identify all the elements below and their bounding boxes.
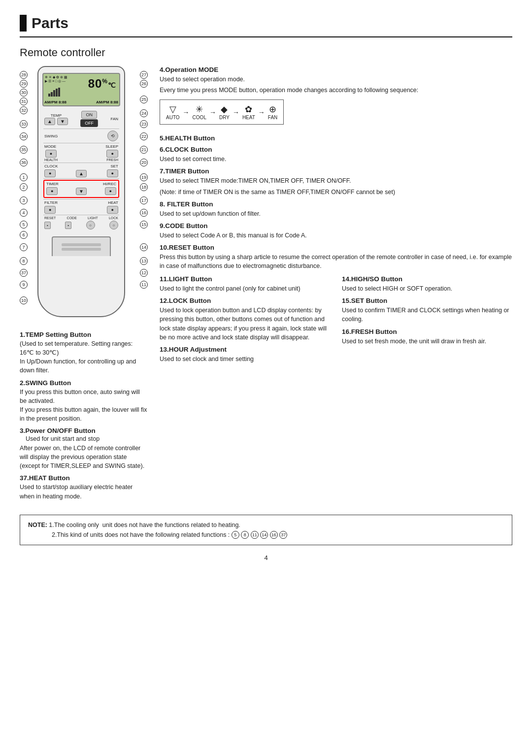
desc-7: 7.TIMER Button Used to select TIMER mode… [160, 167, 512, 196]
remote-body: ❄ ✳ ◆ ✿ ⊕ ▦ ▶ ☰ ≡ □ ◎ — 80%℃ [37, 66, 125, 317]
remote-screen: ❄ ✳ ◆ ✿ ⊕ ▦ ▶ ☰ ≡ □ ◎ — 80%℃ [42, 73, 120, 106]
circled-14: 14 [260, 531, 268, 539]
desc-10: 10.RESET Button Press this button by usi… [160, 244, 512, 270]
desc-12: 12.LOCK Button Used to lock operation bu… [160, 297, 330, 342]
lock-button[interactable]: ○ [109, 221, 118, 230]
set-button[interactable]: ● [107, 169, 118, 177]
circled-11: 11 [251, 531, 259, 539]
desc-9: 9.CODE Button Used to select Code A or B… [160, 222, 512, 240]
off-button[interactable]: OFF [80, 119, 98, 127]
circled-37: 37 [279, 531, 287, 539]
desc-13: 13.HOUR Adjustment Used to set clock and… [160, 346, 330, 363]
page-number: 4 [20, 554, 512, 561]
desc-1: 1.TEMP Setting Button (Used to set tempe… [20, 331, 148, 375]
desc-16: 16.FRESH Button Used to set fresh mode, … [342, 328, 512, 346]
fresh-button[interactable]: ● FRESH [106, 150, 118, 162]
screen-time: AM/PM 8:88AM/PM 8:88 [44, 100, 118, 104]
mode-sequence-box: ▽AUTO → ✳COOL → ◆DRY → ✿HEAT → ⊕FAN [160, 99, 284, 125]
page-title: Parts [20, 15, 512, 32]
timer-row: TIMERHI/REC ● ▼ ● [43, 180, 119, 198]
light-button[interactable]: ○ [86, 221, 95, 230]
title-bar [20, 15, 27, 32]
screen-bars [48, 88, 60, 97]
remote-diagram: ❄ ✳ ◆ ✿ ⊕ ▦ ▶ ☰ ≡ □ ◎ — 80%℃ [20, 66, 148, 322]
set-up-button[interactable]: ▲ [76, 170, 87, 177]
section-title: Remote controller [20, 46, 512, 59]
temp-down-button[interactable]: ▼ [57, 118, 68, 125]
circled-5: 5 [232, 531, 239, 539]
desc-3: 3.Power ON/OFF Button Used for unit star… [20, 427, 148, 470]
desc-8: 8. FILTER Button Used to set up/down fun… [160, 200, 512, 218]
desc-37: 37.HEAT Button Used to start/stop auxili… [20, 474, 148, 500]
timer-down-button[interactable]: ▼ [76, 188, 87, 195]
circled-16: 16 [270, 531, 278, 539]
reset-button[interactable]: • [44, 222, 51, 229]
screen-degree: ℃ [108, 81, 116, 89]
desc-6: 6.CLOCK Button Used to set correct time. [160, 146, 512, 164]
temp-up-button[interactable]: ▲ [44, 118, 55, 125]
buttons-section: TEMP ▲ ▼ ON OFF FAN [41, 108, 121, 231]
filter-button[interactable]: ● [44, 206, 56, 214]
health-button[interactable]: ● HEALTH [44, 150, 58, 162]
remote-stand [52, 236, 111, 256]
heat-button[interactable]: ● [107, 206, 118, 214]
circled-8: 8 [241, 531, 249, 539]
desc-14: 14.HIGH/SO Button Used to select HIGH or… [342, 275, 512, 293]
timer-button[interactable]: ● [46, 187, 58, 195]
clock-button[interactable]: ● [44, 169, 56, 177]
desc-5: 5.HEALTH Button [160, 134, 512, 142]
desc-2: 2.SWING Button If you press this button … [20, 379, 148, 424]
desc-4: 4.Operation MODE Used to select operatio… [160, 66, 512, 130]
hi-rec-button[interactable]: ● [105, 187, 116, 195]
swing-button[interactable]: ⟲ [107, 131, 118, 141]
on-button[interactable]: ON [81, 111, 97, 119]
code-button[interactable]: • [65, 222, 71, 229]
title-divider [20, 36, 512, 37]
note-box: NOTE: 1.The cooling only unit does not h… [20, 515, 512, 545]
desc-15: 15.SET Button Used to confirm TIMER and … [342, 297, 512, 324]
screen-temp: 80 [88, 77, 102, 90]
desc-11: 11.LIGHT Button Used to light the contro… [160, 275, 330, 293]
